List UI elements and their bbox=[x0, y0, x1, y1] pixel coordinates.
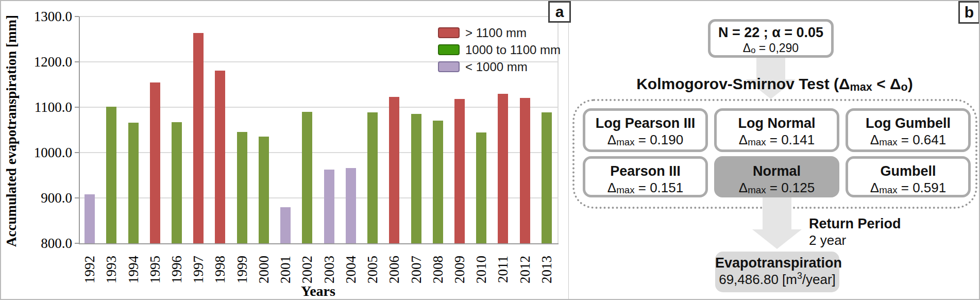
result-box-evapotranspiration: Evapotranspiration 69,486.80 [m3/year] bbox=[715, 252, 839, 292]
delta-o-value: Δo = 0,290 bbox=[711, 41, 831, 55]
y-tick-label: 1100.0 bbox=[23, 100, 72, 114]
bar-2008 bbox=[433, 121, 443, 243]
bar-2002 bbox=[302, 112, 312, 243]
x-tick-label: 2012 bbox=[518, 256, 532, 293]
x-tick-label: 2005 bbox=[365, 256, 380, 293]
bar-2009 bbox=[454, 99, 465, 243]
bar-2010 bbox=[476, 132, 486, 243]
legend-label: < 1000 mm bbox=[465, 60, 528, 74]
bar-2011 bbox=[498, 94, 508, 243]
bar-1993 bbox=[106, 107, 116, 243]
bar-1999 bbox=[237, 132, 247, 243]
down-arrow-icon bbox=[752, 197, 802, 249]
x-tick-label: 2000 bbox=[257, 256, 271, 293]
x-tick-label: 1997 bbox=[191, 256, 206, 293]
y-tick-mark bbox=[75, 243, 79, 244]
ks-test-title: Kolmogorov-Smirnov Test (Δmax < Δo) bbox=[569, 75, 980, 93]
x-tick-label: 2013 bbox=[539, 256, 554, 293]
x-tick-label: 1993 bbox=[104, 256, 119, 293]
bar-2012 bbox=[520, 98, 530, 243]
x-tick-label: 1994 bbox=[126, 256, 141, 293]
bar-2005 bbox=[367, 112, 378, 243]
bar-2000 bbox=[259, 137, 269, 243]
bar-1994 bbox=[128, 123, 139, 243]
x-tick-label: 2009 bbox=[452, 256, 467, 293]
x-tick-label: 2004 bbox=[344, 256, 358, 293]
y-axis-title: Accumulated evapotranspiration [mm] bbox=[4, 15, 21, 247]
x-tick-label: 2010 bbox=[474, 256, 488, 293]
panel-b-flowchart: N = 22 ; α = 0.05 Δo = 0,290 Kolmogorov-… bbox=[568, 0, 980, 300]
x-axis-line bbox=[79, 243, 559, 244]
y-tick-mark bbox=[75, 61, 79, 62]
bar-2001 bbox=[280, 207, 291, 243]
x-tick-label: 1999 bbox=[235, 256, 249, 293]
y-tick-label: 1300.0 bbox=[23, 9, 72, 24]
x-tick-label: 2008 bbox=[431, 256, 445, 293]
legend-label: > 1100 mm bbox=[465, 26, 527, 40]
test-box-gumbell: Gumbell Δmax = 0.591 bbox=[846, 156, 971, 197]
bar-1996 bbox=[172, 122, 182, 243]
legend-swatch bbox=[438, 61, 460, 72]
y-axis-line bbox=[79, 16, 80, 243]
test-box-pearson-iii: Pearson III Δmax = 0.151 bbox=[583, 156, 708, 197]
x-tick-label: 1996 bbox=[170, 256, 184, 293]
x-tick-label: 2003 bbox=[322, 256, 336, 293]
test-box-log-normal: Log Normal Δmax = 0.141 bbox=[714, 108, 839, 152]
test-box-normal-selected: Normal Δmax = 0.125 bbox=[714, 156, 839, 197]
start-box: N = 22 ; α = 0.05 Δo = 0,290 bbox=[708, 19, 834, 58]
chart-legend: > 1100 mm1000 to 1100 mm< 1000 mm bbox=[438, 28, 561, 79]
test-box-log-pearson-iii: Log Pearson III Δmax = 0.190 bbox=[583, 108, 708, 152]
x-tick-label: 2002 bbox=[300, 256, 314, 293]
panel-a-bar-chart: Accumulated evapotranspiration [mm] > 11… bbox=[0, 0, 568, 300]
bar-1998 bbox=[215, 71, 225, 243]
legend-item: 1000 to 1100 mm bbox=[438, 45, 561, 55]
panel-b-label: b bbox=[958, 1, 980, 24]
y-tick-label: 900.0 bbox=[23, 191, 72, 205]
x-tick-label: 2007 bbox=[409, 256, 424, 293]
panel-a-label: a bbox=[548, 1, 571, 23]
return-period-annotation: Return Period 2 year bbox=[809, 216, 901, 248]
y-tick-mark bbox=[75, 152, 79, 153]
legend-item: < 1000 mm bbox=[438, 62, 561, 72]
x-tick-label: 1998 bbox=[213, 256, 227, 293]
x-tick-label: 2001 bbox=[278, 256, 293, 293]
legend-swatch bbox=[438, 44, 460, 55]
bar-2013 bbox=[542, 112, 552, 243]
figure: Accumulated evapotranspiration [mm] > 11… bbox=[0, 0, 980, 300]
y-tick-mark bbox=[75, 16, 79, 17]
x-tick-label: 1995 bbox=[148, 256, 162, 293]
bar-1997 bbox=[193, 33, 204, 243]
bar-2006 bbox=[389, 97, 399, 243]
y-tick-label: 1200.0 bbox=[23, 55, 72, 69]
y-tick-label: 1000.0 bbox=[23, 145, 72, 160]
y-tick-mark bbox=[75, 107, 79, 108]
x-tick-label: 2011 bbox=[496, 256, 510, 293]
bar-2003 bbox=[324, 170, 334, 243]
bar-2007 bbox=[411, 114, 421, 243]
result-value: 69,486.80 [m3/year] bbox=[715, 272, 839, 288]
bar-1995 bbox=[150, 82, 160, 243]
start-parameters: N = 22 ; α = 0.05 bbox=[711, 25, 831, 41]
legend-label: 1000 to 1100 mm bbox=[465, 43, 561, 57]
x-tick-label: 1992 bbox=[82, 256, 97, 293]
bar-1992 bbox=[85, 194, 95, 243]
x-tick-label: 2006 bbox=[387, 256, 401, 293]
bar-2004 bbox=[346, 168, 356, 243]
legend-swatch bbox=[438, 27, 460, 38]
gridline bbox=[79, 16, 557, 17]
y-tick-label: 800.0 bbox=[23, 236, 72, 251]
test-box-log-gumbell: Log Gumbell Δmax = 0.641 bbox=[846, 108, 971, 152]
legend-item: > 1100 mm bbox=[438, 28, 561, 38]
y-tick-mark bbox=[75, 197, 79, 198]
